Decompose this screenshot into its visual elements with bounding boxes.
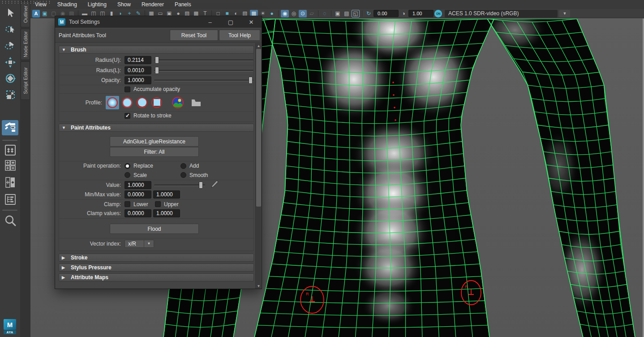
- section-brush-label: Brush: [71, 47, 86, 53]
- ambient-occlusion-icon[interactable]: ⊙: [299, 10, 307, 17]
- vector-index-row: Vector index: x/R ▼: [59, 238, 253, 249]
- copy-icon[interactable]: ▣: [334, 10, 342, 17]
- opacity-field[interactable]: 1.0000: [125, 76, 151, 84]
- colorspace-dropdown[interactable]: ACES 1.0 SDR-video (sRGB): [445, 10, 558, 17]
- filter-button[interactable]: Filter: All: [110, 147, 199, 157]
- reset-tool-button[interactable]: Reset Tool: [170, 30, 218, 41]
- maya-application: RR: [0, 0, 644, 337]
- section-stylus-header[interactable]: ▶ Stylus Pressure: [59, 264, 254, 272]
- tool-settings-titlebar[interactable]: M Tool Settings – ▢ ✕: [55, 16, 262, 28]
- clamp-lower-checkbox[interactable]: [125, 201, 130, 207]
- select-highlight-icon[interactable]: ▣: [41, 10, 49, 17]
- menu-panels[interactable]: Panels: [175, 1, 191, 8]
- shadows-icon[interactable]: ◎: [290, 10, 298, 17]
- tool-settings-scrollbar[interactable]: ▲ ▼: [255, 43, 261, 289]
- zoom-search-icon[interactable]: [2, 213, 18, 229]
- tab-script-editor[interactable]: Script Editor: [21, 61, 30, 100]
- attribute-target-button[interactable]: AdnGlue1.glueResistance: [110, 136, 199, 147]
- radius-l-field[interactable]: 0.0010: [125, 66, 151, 74]
- clamp-min-field[interactable]: 0.0000: [125, 209, 151, 217]
- tool-help-button[interactable]: Tool Help: [219, 30, 260, 41]
- default-light-icon[interactable]: ●: [268, 10, 276, 17]
- accumulate-opacity-checkbox[interactable]: [125, 86, 130, 92]
- radio-smooth[interactable]: [180, 172, 186, 178]
- radio-add[interactable]: [180, 163, 186, 169]
- scroll-down-icon[interactable]: ▼: [256, 283, 262, 289]
- select-tool[interactable]: [2, 5, 18, 21]
- paint-attributes-tool-active[interactable]: [2, 120, 18, 135]
- radius-l-label: Radius(L):: [59, 67, 125, 73]
- radius-u-slider[interactable]: [154, 56, 253, 64]
- toolbox-drag-handle[interactable]: [1, 0, 50, 4]
- section-stroke-header[interactable]: ▶ Stroke: [59, 254, 254, 262]
- profile-image-button[interactable]: [171, 96, 185, 109]
- max-value-field[interactable]: 1.0000: [153, 190, 180, 199]
- menu-shading[interactable]: Shading: [57, 1, 77, 8]
- toolbox-sidebar: M AYA: [0, 0, 20, 337]
- section-paint-attributes-header[interactable]: ▼ Paint Attributes: [59, 124, 254, 132]
- profile-solid-button[interactable]: [135, 96, 149, 109]
- vector-index-dropdown-arrow[interactable]: ▼: [144, 240, 154, 248]
- exposure-field[interactable]: 0.00: [374, 10, 399, 17]
- menu-show[interactable]: Show: [117, 1, 131, 8]
- tab-node-editor[interactable]: Node Editor: [21, 29, 30, 60]
- colormanagement-on-badge[interactable]: ON: [434, 10, 442, 17]
- symmetry-icon[interactable]: [2, 143, 18, 158]
- section-attribute-maps-header[interactable]: ▶ Attribute Maps: [59, 273, 254, 281]
- menu-renderer[interactable]: Renderer: [142, 1, 164, 8]
- min-value-field[interactable]: 0.0000: [125, 190, 151, 199]
- tab-outliner[interactable]: Outliner: [21, 1, 30, 27]
- radius-u-field[interactable]: 0.2114: [125, 56, 151, 64]
- use-default-material-icon[interactable]: ◉: [281, 10, 289, 17]
- value-slider[interactable]: [154, 181, 205, 189]
- radio-scale-label: Scale: [133, 172, 180, 178]
- motion-blur-icon[interactable]: ▱: [308, 10, 316, 17]
- tool-header: Paint Attributes Tool Reset Tool Tool He…: [55, 28, 262, 43]
- vector-index-dropdown[interactable]: x/R: [125, 240, 144, 248]
- radio-scale[interactable]: [125, 172, 130, 178]
- window-title: Tool Settings: [69, 19, 100, 25]
- value-label: Value:: [59, 182, 125, 188]
- profile-row: Profile:: [59, 93, 253, 111]
- section-brush-header[interactable]: ▼ Brush: [59, 46, 254, 54]
- pen-pick-icon[interactable]: [210, 180, 219, 190]
- scale-tool[interactable]: [2, 87, 18, 103]
- scroll-up-icon[interactable]: ▲: [256, 43, 262, 48]
- clamp-max-field[interactable]: 1.0000: [153, 209, 180, 217]
- annotate-icon[interactable]: A: [32, 10, 40, 17]
- plugin-select-icon[interactable]: ◌: [321, 10, 329, 17]
- clamp-upper-checkbox[interactable]: [155, 201, 161, 207]
- profile-soft-button[interactable]: [120, 96, 134, 109]
- menu-lighting[interactable]: Lighting: [88, 1, 107, 8]
- clamp-lower-label: Lower: [133, 201, 155, 207]
- isolate-select-icon[interactable]: ◱: [352, 10, 360, 17]
- radio-replace[interactable]: [125, 163, 130, 169]
- rotate-tool[interactable]: [2, 71, 18, 86]
- lasso-select-tool[interactable]: [2, 22, 18, 37]
- clamp-row: Clamp: Lower Upper: [59, 199, 253, 208]
- maximize-button[interactable]: ▢: [220, 16, 241, 28]
- paint-panel-icon[interactable]: [2, 175, 18, 190]
- flood-button[interactable]: Flood: [110, 224, 199, 234]
- close-button[interactable]: ✕: [241, 16, 262, 28]
- rotate-to-stroke-checkbox[interactable]: [125, 113, 130, 119]
- gamma-icon[interactable]: ◑: [399, 10, 408, 17]
- paste-icon[interactable]: ▤: [343, 10, 351, 17]
- radius-l-slider[interactable]: [154, 67, 253, 74]
- refresh-exposure-icon[interactable]: ↻: [365, 10, 373, 17]
- opacity-slider[interactable]: [154, 77, 253, 84]
- gamma-field[interactable]: 1.00: [408, 10, 434, 17]
- tool-settings-window: M Tool Settings – ▢ ✕ Paint Attributes T…: [55, 16, 262, 289]
- attribute-list-icon[interactable]: [2, 192, 18, 207]
- profile-square-button[interactable]: [150, 96, 163, 109]
- add-wrap-icon[interactable]: [2, 158, 18, 173]
- move-tool[interactable]: [2, 55, 18, 70]
- scrollbar-thumb[interactable]: [256, 49, 261, 207]
- colorspace-dropdown-arrow[interactable]: ▼: [559, 10, 570, 17]
- maya-window-icon: M: [58, 18, 65, 26]
- browse-folder-icon[interactable]: [189, 96, 203, 109]
- value-field[interactable]: 1.0000: [125, 181, 151, 189]
- minimize-button[interactable]: –: [200, 16, 220, 28]
- profile-gaussian-button[interactable]: [106, 96, 119, 109]
- paint-select-tool[interactable]: [2, 38, 18, 53]
